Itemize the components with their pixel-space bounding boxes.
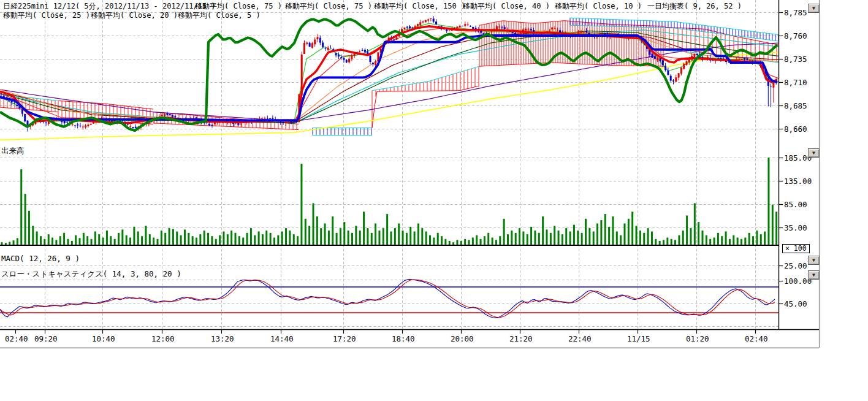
ma-line-MA75a xyxy=(0,30,779,123)
price-axis-label: 8,710 xyxy=(784,78,807,87)
price-panel-dropdown-button[interactable]: ▼ xyxy=(808,4,820,13)
price-axis-label: 8,735 xyxy=(784,55,807,64)
ma-line-MA20 xyxy=(0,30,779,121)
ma-line-MA150 xyxy=(0,52,779,140)
volume-axis-label: 85.00 xyxy=(784,200,807,209)
dropdown-arrow-icon: ▼ xyxy=(812,258,815,263)
time-axis-label: 20:00 xyxy=(451,334,474,343)
time-axis-label: 22:40 xyxy=(568,334,592,343)
time-axis-label: 21:20 xyxy=(509,334,533,343)
macd-axis-label: 25.00 xyxy=(784,261,807,270)
legend-item: 移動平均( Close, 25 ) xyxy=(3,10,90,21)
time-axis-label: 02:40 xyxy=(5,334,28,343)
dropdown-arrow-icon: ▼ xyxy=(812,151,815,156)
time-axis-label: 02:40 xyxy=(745,334,768,343)
indicator-legend-row-1: 日経225mini 12/12( 5分, 2012/11/13 - 2012/1… xyxy=(0,1,821,10)
price-axis-label: 8,760 xyxy=(784,31,807,40)
volume-panel-label: 出来高 xyxy=(1,146,25,156)
volume-panel-dropdown-button[interactable]: ▼ xyxy=(808,148,820,158)
price-axis-label: 8,660 xyxy=(784,124,807,134)
volume-axis-label: 35.00 xyxy=(784,223,807,232)
stochastics-panel-dropdown-button[interactable]: ▼ xyxy=(808,270,820,280)
chart-application-window: 8,7858,7608,7358,7108,6858,660185.00135.… xyxy=(0,0,868,401)
price-axis-label: 8,685 xyxy=(784,101,807,110)
time-axis-label: 10:40 xyxy=(92,334,115,343)
time-axis-label: 11/15 xyxy=(627,334,650,343)
time-axis-label: 18:40 xyxy=(392,334,415,343)
indicator-legend-row-2: 移動平均( Close, 25 )移動平均( Close, 20 )移動平均( … xyxy=(0,10,821,20)
stoch-axis-label: 45.00 xyxy=(784,299,807,308)
time-axis-label: 14:40 xyxy=(270,334,294,343)
time-axis-label: 12:00 xyxy=(151,334,175,343)
legend-item: 移動平均( Close, 20 ) xyxy=(91,10,178,21)
time-axis-label: 09:20 xyxy=(34,334,58,343)
dropdown-arrow-icon: ▼ xyxy=(812,273,815,278)
dropdown-arrow-icon: ▼ xyxy=(812,6,815,11)
time-axis-label: 13:20 xyxy=(211,334,234,343)
time-axis-label: 01:20 xyxy=(686,334,709,343)
legend-item: 移動平均( Close, 5 ) xyxy=(178,10,261,21)
volume-axis-label: 135.00 xyxy=(784,177,812,186)
volume-multiplier-badge: × 100 xyxy=(782,244,810,253)
volume-bars xyxy=(1,158,778,245)
macd-panel-label: MACD( 12, 26, 9 ) xyxy=(1,254,80,263)
macd-panel-dropdown-button[interactable]: ▼ xyxy=(808,256,820,265)
stochastics-panel-label: スロー・ストキャスティクス( 14, 3, 80, 20 ) xyxy=(1,269,181,280)
chart-canvas[interactable]: 8,7858,7608,7358,7108,6858,660185.00135.… xyxy=(0,0,868,368)
time-axis-label: 17:20 xyxy=(333,334,356,343)
stochastics-panel xyxy=(0,279,779,318)
